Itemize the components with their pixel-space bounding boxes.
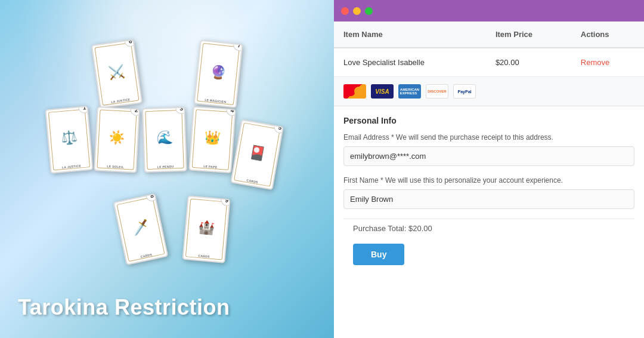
tarot-card-4: 👑 LE PAPE 4 (188, 106, 236, 174)
first-name-field-group: First Name * We will use this to persona… (343, 176, 634, 209)
traffic-light-yellow[interactable] (353, 7, 361, 15)
left-panel: ⚔️ LA JUSTICE 6 🔮 LE MAGICIEN 7 ⚖️ LA JU… (0, 0, 334, 338)
cart-item-price: $20.00 (486, 48, 571, 77)
buy-button[interactable]: Buy (353, 244, 404, 265)
visa-icon: VISA (371, 84, 394, 99)
tarot-card-3: 🌊 LE PENDU 3 (142, 107, 187, 173)
traffic-light-red[interactable] (341, 7, 349, 15)
tarot-card-2: ☀️ LE SOLEIL 2 (94, 106, 140, 173)
col-header-item-price: Item Price (486, 21, 571, 48)
tarot-card-6: ⚔️ LA JUSTICE 6 (91, 39, 143, 109)
first-name-label: First Name * We will use this to persona… (343, 176, 634, 186)
page-title: Tarokina Restriction (18, 295, 230, 320)
personal-info-section: Personal Info Email Address * We will se… (334, 106, 644, 281)
amex-icon: AMERICANEXPRESS (398, 84, 421, 99)
tarot-card-8: 🗡️ CARDS 8 (113, 193, 169, 266)
browser-chrome (334, 0, 644, 21)
col-header-item-name: Item Name (334, 21, 486, 48)
tarot-card-5: 🎴 CARDS 5 (230, 119, 284, 190)
cart-row: Love Specialist Isabelle $20.00 Remove (334, 48, 644, 77)
remove-link[interactable]: Remove (581, 58, 609, 67)
tarot-card-1: ⚖️ LA JUSTICE 1 (45, 106, 93, 174)
email-label: Email Address * We will send the purchas… (343, 133, 634, 143)
tarot-card-7: 🔮 LE MAGICIEN 7 (194, 40, 243, 109)
tarot-card-9: 🏰 CARDS 9 (182, 195, 230, 263)
email-field-group: Email Address * We will send the purchas… (343, 133, 634, 166)
traffic-light-green[interactable] (365, 7, 373, 15)
checkout-content: Item Name Item Price Actions Love Specia… (334, 21, 644, 338)
right-panel: Item Name Item Price Actions Love Specia… (334, 0, 644, 338)
purchase-total: Purchase Total: $20.00 (343, 219, 634, 238)
mastercard-icon (343, 84, 366, 99)
cards-area: ⚔️ LA JUSTICE 6 🔮 LE MAGICIEN 7 ⚖️ LA JU… (24, 30, 322, 287)
paypal-icon: PayPal (453, 84, 476, 99)
cart-item-action: Remove (571, 48, 644, 77)
col-header-actions: Actions (571, 21, 644, 48)
payment-icons: VISA AMERICANEXPRESS DISCOVER PayPal (334, 77, 644, 106)
first-name-value: Emily Brown (343, 189, 634, 209)
cart-item-name: Love Specialist Isabelle (334, 48, 486, 77)
cart-table: Item Name Item Price Actions Love Specia… (334, 21, 644, 77)
discover-icon: DISCOVER (426, 84, 448, 99)
email-value: emilybrown@****.com (343, 146, 634, 166)
section-title: Personal Info (343, 116, 634, 125)
